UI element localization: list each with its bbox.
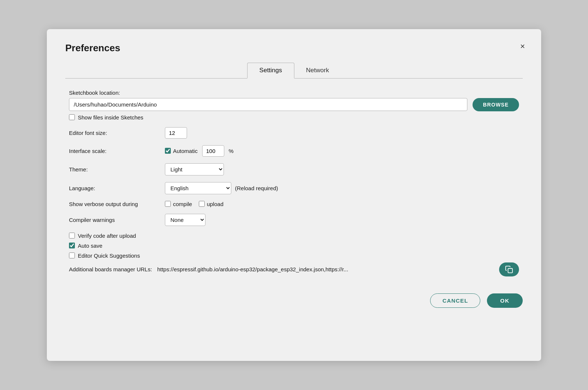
automatic-scale-label[interactable]: Automatic	[165, 148, 198, 154]
verbose-label: Show verbose output during	[69, 201, 165, 207]
theme-select[interactable]: Light Dark System	[165, 163, 224, 175]
auto-save-label[interactable]: Auto save	[69, 243, 103, 249]
editor-font-size-label: Editor font size:	[69, 130, 165, 136]
language-select[interactable]: English Spanish French German Chinese Ja…	[165, 182, 231, 194]
theme-label: Theme:	[69, 166, 165, 173]
scale-pct-label: %	[229, 148, 234, 154]
copy-edit-icon	[505, 265, 513, 274]
language-row: Language: English Spanish French German …	[69, 182, 519, 194]
compiler-warnings-select[interactable]: None Default More All	[165, 214, 205, 226]
show-files-checkbox[interactable]	[69, 114, 75, 120]
verbose-upload-label[interactable]: upload	[199, 201, 224, 207]
tabs-container: Settings Network	[65, 63, 523, 79]
verbose-upload-checkbox[interactable]	[199, 201, 205, 207]
verify-code-row: Verify code after upload	[69, 233, 519, 239]
browse-button[interactable]: BROWSE	[473, 98, 519, 111]
interface-scale-row: Interface scale: Automatic %	[69, 145, 519, 157]
show-files-label[interactable]: Show files inside Sketches	[69, 114, 143, 121]
tab-network[interactable]: Network	[294, 63, 341, 79]
additional-boards-row: Additional boards manager URLs: https://…	[69, 262, 519, 276]
automatic-scale-checkbox[interactable]	[165, 148, 171, 154]
sketchbook-path-row: /Users/huhao/Documents/Arduino BROWSE	[69, 98, 519, 111]
editor-quick-suggestions-row: Editor Quick Suggestions	[69, 253, 519, 259]
verify-code-label[interactable]: Verify code after upload	[69, 233, 136, 239]
editor-quick-suggestions-label[interactable]: Editor Quick Suggestions	[69, 253, 140, 259]
additional-boards-label: Additional boards manager URLs:	[69, 266, 152, 272]
additional-boards-edit-button[interactable]	[499, 262, 519, 276]
sketchbook-path-display: /Users/huhao/Documents/Arduino	[69, 98, 467, 111]
show-files-row: Show files inside Sketches	[69, 114, 519, 121]
ok-button[interactable]: OK	[487, 293, 523, 308]
scale-value-input[interactable]	[202, 145, 224, 157]
sketchbook-location-label: Sketchbook location:	[69, 90, 519, 96]
dialog-footer: CANCEL OK	[65, 293, 523, 308]
close-button[interactable]: ×	[519, 41, 526, 52]
verbose-compile-checkbox[interactable]	[165, 201, 171, 207]
editor-font-size-input[interactable]	[165, 127, 187, 139]
reload-note: (Reload required)	[235, 185, 278, 191]
auto-save-checkbox[interactable]	[69, 243, 75, 248]
preferences-dialog: Preferences × Settings Network Sketchboo…	[47, 29, 541, 361]
cancel-button[interactable]: CANCEL	[430, 293, 480, 308]
additional-boards-value: https://espressif.github.io/arduino-esp3…	[157, 266, 494, 272]
auto-save-row: Auto save	[69, 243, 519, 249]
verbose-options: compile upload	[165, 201, 224, 207]
compiler-warnings-label: Compiler warnings	[69, 217, 165, 223]
svg-rect-0	[508, 268, 512, 273]
verbose-row: Show verbose output during compile uploa…	[69, 201, 519, 207]
dialog-title: Preferences	[65, 42, 523, 54]
tab-settings[interactable]: Settings	[247, 63, 294, 79]
language-label: Language:	[69, 185, 165, 191]
editor-quick-suggestions-checkbox[interactable]	[69, 253, 75, 258]
settings-content: Sketchbook location: /Users/huhao/Docume…	[65, 90, 523, 276]
interface-scale-label: Interface scale:	[69, 148, 165, 154]
compiler-warnings-row: Compiler warnings None Default More All	[69, 214, 519, 226]
verbose-compile-label[interactable]: compile	[165, 201, 192, 207]
scale-controls: Automatic %	[165, 145, 234, 157]
theme-row: Theme: Light Dark System	[69, 163, 519, 175]
editor-font-size-row: Editor font size:	[69, 127, 519, 139]
verify-code-checkbox[interactable]	[69, 233, 75, 238]
